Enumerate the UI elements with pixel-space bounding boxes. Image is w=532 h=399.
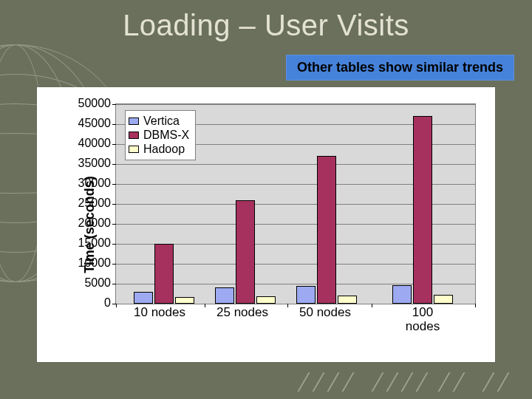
- y-tick: 45000: [78, 117, 112, 130]
- decorative-strokes: [296, 372, 517, 395]
- chart-panel: Time (seconds) 0500010000150002000025000…: [37, 87, 495, 362]
- plot-area: Vertica DBMS-X Hadoop: [115, 103, 476, 304]
- y-tick: 30000: [78, 177, 112, 190]
- bar-vertica: [134, 292, 153, 304]
- legend: Vertica DBMS-X Hadoop: [125, 110, 196, 160]
- x-tick-label: 100nodes: [371, 306, 474, 333]
- bar-vertica: [392, 285, 412, 304]
- y-tick: 10000: [78, 256, 112, 270]
- bar-hadoop: [256, 296, 276, 304]
- bar-hadoop: [338, 296, 357, 304]
- bar-vertica: [215, 287, 234, 304]
- legend-item-hadoop: Hadoop: [129, 143, 189, 156]
- bar-hadoop: [175, 297, 194, 304]
- x-tick-label: 50 nodes: [281, 306, 369, 320]
- bar-dbmsx: [317, 156, 336, 304]
- bar-dbmsx: [413, 116, 432, 304]
- legend-label: Hadoop: [143, 143, 185, 156]
- y-tick: 35000: [78, 157, 112, 170]
- x-tick-label: 25 nodes: [198, 306, 287, 320]
- swatch-hadoop-icon: [129, 146, 139, 153]
- bar-dbmsx: [154, 244, 174, 304]
- bar-dbmsx: [236, 200, 255, 304]
- swatch-dbmsx-icon: [129, 132, 139, 139]
- y-tick: 25000: [78, 197, 112, 210]
- bar-vertica: [296, 286, 316, 304]
- y-tick: 50000: [78, 97, 112, 110]
- y-tick: 0: [104, 296, 111, 310]
- bar-group: [212, 104, 279, 304]
- legend-label: Vertica: [143, 115, 180, 128]
- slide-title: Loading – User Visits: [0, 9, 532, 42]
- bar-group: [389, 104, 456, 304]
- legend-item-vertica: Vertica: [129, 115, 189, 128]
- x-tick-label: 10 nodes: [115, 306, 204, 320]
- bar-hadoop: [434, 295, 453, 304]
- legend-item-dbmsx: DBMS-X: [129, 129, 189, 142]
- swatch-vertica-icon: [129, 117, 139, 125]
- y-tick: 20000: [78, 216, 112, 230]
- note-callout: Other tables show similar trends: [286, 55, 514, 81]
- y-tick: 5000: [84, 276, 111, 290]
- legend-label: DBMS-X: [143, 129, 189, 142]
- bar-group: [293, 104, 360, 304]
- y-tick: 15000: [78, 236, 112, 250]
- y-tick: 40000: [78, 137, 112, 150]
